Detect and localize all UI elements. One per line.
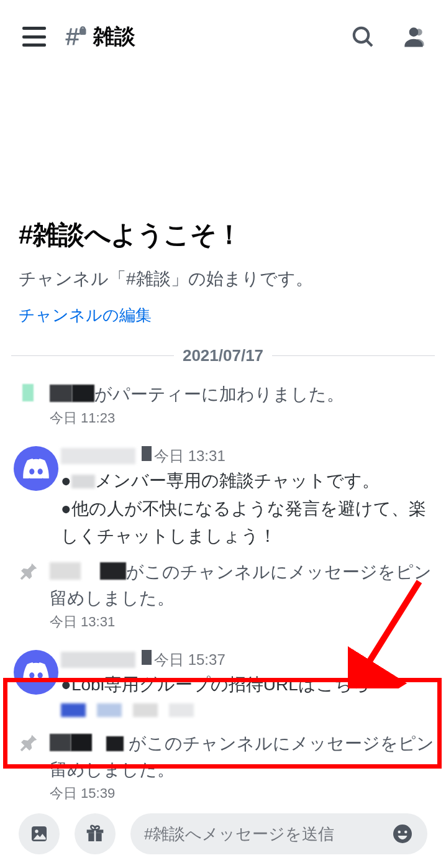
emoji-icon[interactable] [391, 823, 414, 845]
svg-point-7 [35, 829, 38, 833]
message-header: 今日 13:31 [61, 446, 435, 466]
join-arrow-icon [11, 381, 46, 401]
svg-point-2 [354, 28, 368, 42]
edit-channel-link[interactable]: チャンネルの編集 [19, 304, 152, 326]
date-divider: 2021/07/17 [11, 346, 435, 365]
welcome-title: #雑談へようこそ！ [19, 217, 427, 252]
message-input-bar: #雑談へメッセージを送信 [0, 813, 446, 854]
message-list: がパーティーに加わりました。 今日 11:23 今日 13:31 ●メンバー専用… [0, 377, 446, 806]
system-pin-message[interactable]: がこのチャンネルにメッセージをピン留めしました。 今日 13:31 [11, 554, 435, 635]
message-content: ●メンバー専用の雑談チャットです。 [61, 467, 435, 494]
welcome-subtitle: チャンネル「#雑談」の始まりです。 [19, 266, 427, 292]
attachment-blur [61, 703, 435, 717]
user-avatar[interactable] [11, 650, 61, 716]
system-text: がパーティーに加わりました。 [50, 381, 435, 408]
svg-rect-8 [94, 829, 96, 841]
app-header: 雑談 [0, 0, 446, 56]
system-timestamp: 今日 13:31 [50, 613, 435, 631]
gift-button[interactable] [75, 813, 116, 854]
user-avatar[interactable] [11, 446, 61, 549]
image-icon [29, 824, 49, 844]
attach-image-button[interactable] [19, 813, 60, 854]
svg-point-9 [393, 825, 412, 843]
system-timestamp: 今日 15:39 [50, 784, 435, 803]
date-label: 2021/07/17 [174, 346, 272, 365]
discord-logo-icon [23, 662, 49, 682]
pin-icon [11, 559, 46, 582]
message-content: ●Lobi専用グループの招待URLはこちら [61, 671, 435, 698]
message-input[interactable]: #雑談へメッセージを送信 [130, 813, 427, 854]
system-pin-message[interactable]: がこのチャンネルにメッセージをピン留めしました。 今日 15:39 [11, 726, 435, 806]
input-placeholder: #雑談へメッセージを送信 [144, 823, 391, 845]
system-text: がこのチャンネルにメッセージをピン留めしました。 [50, 731, 435, 783]
pin-icon [11, 731, 46, 753]
svg-point-10 [398, 831, 401, 834]
welcome-block: #雑談へようこそ！ チャンネル「#雑談」の始まりです。 チャンネルの編集 [0, 56, 446, 326]
hash-lock-icon [65, 25, 87, 48]
system-timestamp: 今日 11:23 [50, 409, 435, 427]
gift-icon [85, 824, 105, 844]
system-text: がこのチャンネルにメッセージをピン留めしました。 [50, 559, 435, 611]
search-icon[interactable] [350, 24, 375, 49]
message-header: 今日 15:37 [61, 650, 435, 670]
members-icon[interactable] [400, 23, 427, 50]
message-row[interactable]: 今日 15:37 ●Lobi専用グループの招待URLはこちら [11, 635, 435, 719]
channel-indicator: 雑談 [65, 22, 135, 51]
discord-logo-icon [23, 459, 49, 478]
message-content: ●他の人が不快になるような発言を避けて、楽しくチャットしましょう！ [61, 495, 435, 549]
svg-point-11 [404, 831, 407, 834]
system-join-message[interactable]: がパーティーに加わりました。 今日 11:23 [11, 377, 435, 431]
menu-button[interactable] [22, 27, 46, 47]
message-row[interactable]: 今日 13:31 ●メンバー専用の雑談チャットです。 ●他の人が不快になるような… [11, 431, 435, 552]
channel-name: 雑談 [93, 22, 135, 51]
svg-line-3 [366, 40, 372, 46]
